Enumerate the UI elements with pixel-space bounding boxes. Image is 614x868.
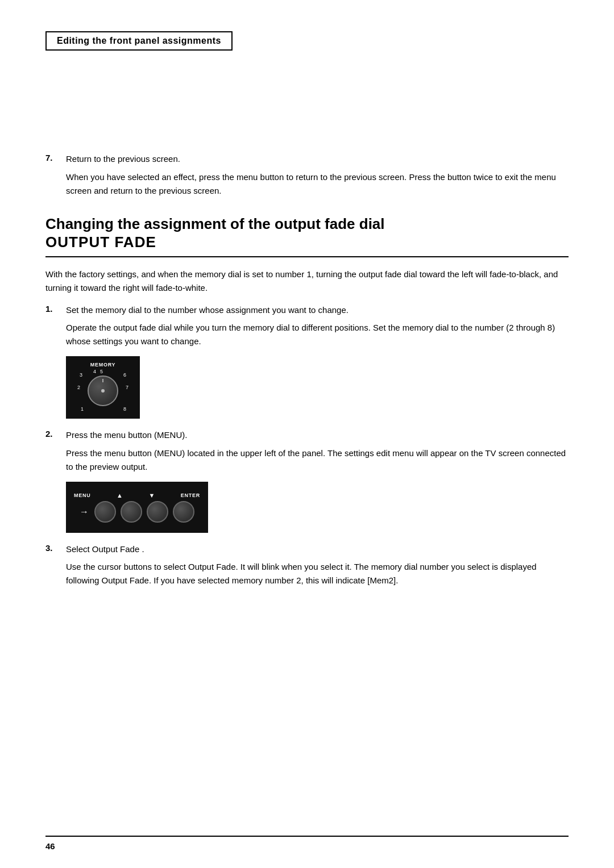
menu-button-2	[121, 501, 142, 523]
step-7-block: 7. Return to the previous screen. When y…	[45, 153, 569, 198]
step-2-line: 2. Press the menu button (MENU).	[45, 429, 569, 442]
step-7-line: 7. Return to the previous screen.	[45, 153, 569, 166]
menu-labels-row: MENU ▲ ▼ ENTER	[74, 492, 200, 499]
menu-label-enter: ENTER	[181, 493, 200, 498]
section-heading: Changing the assignment of the output fa…	[45, 215, 569, 252]
step-3-block: 3. Select Output Fade . Use the cursor b…	[45, 543, 569, 588]
section-heading-line1: Changing the assignment of the output fa…	[45, 215, 385, 232]
page-number: 46	[45, 841, 55, 851]
menu-label-up: ▲	[117, 492, 123, 499]
step-1-line: 1. Set the memory dial to the number who…	[45, 304, 569, 317]
step-3-line: 3. Select Output Fade .	[45, 543, 569, 556]
step-1-description: Operate the output fade dial while you t…	[66, 321, 569, 348]
header-title: Editing the front panel assignments	[57, 36, 221, 45]
dial-num-8: 8	[123, 406, 126, 412]
step-2-number: 2.	[45, 429, 64, 439]
menu-button-3	[147, 501, 168, 523]
memory-dial-label: MEMORY	[90, 362, 116, 368]
dial-num-4: 4	[93, 369, 96, 374]
step-3-title: Select Output Fade .	[66, 543, 144, 556]
menu-arrow-left-icon: →	[80, 507, 89, 517]
step-1-block: 1. Set the memory dial to the number who…	[45, 304, 569, 419]
dial-tick-top	[102, 379, 103, 382]
dial-num-1: 1	[81, 406, 84, 412]
dial-num-6: 6	[123, 372, 126, 378]
dial-num-7: 7	[126, 385, 128, 390]
dial-center-dot	[101, 389, 105, 393]
dial-num-5: 5	[100, 369, 103, 374]
step-7-number: 7.	[45, 153, 64, 162]
menu-panel-illustration: MENU ▲ ▼ ENTER →	[66, 482, 208, 533]
dial-num-2: 2	[77, 385, 80, 390]
dial-knob	[88, 375, 118, 406]
header-title-box: Editing the front panel assignments	[45, 31, 233, 51]
step-2-title: Press the menu button (MENU).	[66, 429, 187, 442]
step-1-number: 1.	[45, 304, 64, 314]
step-7-description: When you have selected an effect, press …	[66, 170, 569, 198]
section-divider	[45, 256, 569, 257]
step-2-block: 2. Press the menu button (MENU). Press t…	[45, 429, 569, 533]
step-2-description: Press the menu button (MENU) located in …	[66, 446, 569, 474]
section-intro: With the factory settings, and when the …	[45, 268, 569, 295]
dial-num-3: 3	[80, 372, 82, 378]
menu-button-4	[173, 501, 194, 523]
memory-dial-illustration: MEMORY 4 5 6 7 8 1 2 3	[66, 356, 140, 419]
step-3-number: 3.	[45, 543, 64, 553]
menu-button-1	[94, 501, 116, 523]
footer: 46	[45, 836, 569, 851]
menu-label-menu: MENU	[74, 493, 90, 498]
step-3-description: Use the cursor buttons to select Output …	[66, 560, 569, 587]
menu-label-down: ▼	[148, 492, 155, 499]
menu-buttons-row: →	[74, 501, 200, 523]
page: Editing the front panel assignments 7. R…	[0, 0, 614, 868]
step-7-title: Return to the previous screen.	[66, 153, 180, 166]
section-heading-line2: OUTPUT FADE	[45, 233, 156, 251]
step-1-title: Set the memory dial to the number whose …	[66, 304, 349, 317]
